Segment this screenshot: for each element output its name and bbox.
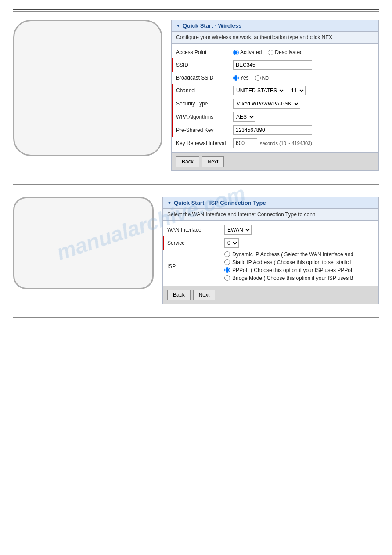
- wireless-section: Quick Start - Wireless Configure your wi…: [13, 20, 379, 171]
- wpa-algorithms-row: WPA Algorithms AES: [172, 110, 378, 123]
- wireless-btn-row: Back Next: [172, 152, 378, 170]
- isp-next-button[interactable]: Next: [193, 290, 216, 300]
- ssid-input[interactable]: [233, 60, 312, 70]
- broadcast-ssid-label: Broadcast SSID: [176, 75, 233, 81]
- isp-static-option[interactable]: Static IP Address ( Choose this option t…: [224, 259, 354, 265]
- broadcast-ssid-controls: Yes No: [233, 75, 374, 81]
- channel-number-select[interactable]: 11: [288, 86, 306, 95]
- isp-form-body: WAN Interface EWAN Service 0: [163, 221, 378, 286]
- isp-controls: Dynamic IP Address ( Select the WAN Inte…: [224, 251, 374, 281]
- device-image-wireless: [13, 20, 162, 156]
- top-divider: [13, 9, 379, 10]
- wireless-form-body: Access Point Activated Deactivated: [172, 44, 378, 152]
- broadcast-no-radio[interactable]: [255, 75, 261, 81]
- service-controls: 0: [224, 238, 374, 248]
- broadcast-ssid-row: Broadcast SSID Yes No: [172, 72, 378, 84]
- key-renewal-hint: seconds (10 ~ 4194303): [260, 141, 312, 146]
- wireless-panel: Quick Start - Wireless Configure your wi…: [171, 20, 379, 171]
- isp-section: Quick Start - ISP Connection Type Select…: [13, 197, 379, 304]
- wireless-next-button[interactable]: Next: [202, 156, 224, 167]
- isp-bridge-radio[interactable]: [224, 275, 230, 281]
- pre-shared-key-label: Pre-Shared Key: [176, 127, 233, 133]
- wan-interface-controls: EWAN: [224, 225, 374, 235]
- service-row: Service 0: [163, 236, 378, 250]
- deactivated-option[interactable]: Deactivated: [268, 49, 302, 55]
- pre-shared-key-row: Pre-Shared Key: [172, 123, 378, 137]
- isp-btn-row: Back Next: [163, 286, 378, 304]
- isp-panel-desc: Select the WAN Interface and Internet Co…: [163, 209, 378, 221]
- service-label: Service: [167, 240, 224, 246]
- wireless-panel-title: Quick Start - Wireless: [172, 20, 378, 32]
- isp-dynamic-option[interactable]: Dynamic IP Address ( Select the WAN Inte…: [224, 251, 354, 258]
- key-renewal-label: Key Renewal Interval: [176, 140, 233, 146]
- key-renewal-row: Key Renewal Interval seconds (10 ~ 41943…: [172, 137, 378, 150]
- broadcast-no-option[interactable]: No: [255, 75, 269, 81]
- pre-shared-key-input[interactable]: [233, 125, 312, 135]
- activated-radio[interactable]: [233, 50, 239, 55]
- wireless-title-text: Quick Start - Wireless: [183, 22, 241, 29]
- ssid-label: SSID: [176, 62, 233, 68]
- wpa-algorithms-select[interactable]: AES: [233, 112, 255, 122]
- ssid-controls: [233, 60, 374, 70]
- key-renewal-controls: seconds (10 ~ 4194303): [233, 138, 374, 148]
- security-type-controls: Mixed WPA2/WPA-PSK: [233, 99, 374, 109]
- isp-dynamic-radio[interactable]: [224, 251, 230, 257]
- channel-label: Channel: [176, 87, 233, 94]
- broadcast-yes-option[interactable]: Yes: [233, 75, 249, 81]
- wpa-algorithms-label: WPA Algorithms: [176, 114, 233, 120]
- isp-bridge-option[interactable]: Bridge Mode ( Choose this option if your…: [224, 275, 354, 281]
- isp-pppoe-radio[interactable]: [224, 267, 230, 273]
- isp-title-text: Quick Start - ISP Connection Type: [174, 200, 266, 206]
- deactivated-radio[interactable]: [268, 50, 273, 55]
- wan-interface-label: WAN Interface: [167, 227, 224, 233]
- isp-label: ISP: [167, 263, 224, 269]
- isp-options-list: Dynamic IP Address ( Select the WAN Inte…: [224, 251, 354, 281]
- security-type-select[interactable]: Mixed WPA2/WPA-PSK: [233, 99, 300, 109]
- isp-row: ISP Dynamic IP Address ( Select the WAN …: [163, 250, 378, 283]
- broadcast-yes-radio[interactable]: [233, 75, 239, 81]
- channel-country-select[interactable]: UNITED STATES: [233, 86, 285, 95]
- wan-interface-select[interactable]: EWAN: [224, 225, 252, 235]
- wpa-algorithms-controls: AES: [233, 112, 374, 122]
- security-type-row: Security Type Mixed WPA2/WPA-PSK: [172, 97, 378, 110]
- isp-back-button[interactable]: Back: [167, 290, 191, 300]
- wan-interface-row: WAN Interface EWAN: [163, 223, 378, 236]
- isp-pppoe-option[interactable]: PPPoE ( Choose this option if your ISP u…: [224, 267, 354, 273]
- pre-shared-key-controls: [233, 125, 374, 135]
- section-divider-2: [13, 317, 379, 318]
- isp-static-radio[interactable]: [224, 259, 230, 265]
- security-type-label: Security Type: [176, 101, 233, 107]
- ssid-row: SSID: [172, 58, 378, 72]
- isp-panel: Quick Start - ISP Connection Type Select…: [162, 197, 379, 304]
- activated-option[interactable]: Activated: [233, 49, 262, 55]
- wireless-back-button[interactable]: Back: [176, 156, 199, 167]
- channel-controls: UNITED STATES 11: [233, 86, 374, 95]
- channel-row: Channel UNITED STATES 11: [172, 84, 378, 97]
- sub-divider: [13, 11, 379, 12]
- wireless-panel-desc: Configure your wireless network, authent…: [172, 32, 378, 44]
- key-renewal-input[interactable]: [233, 138, 257, 148]
- service-select[interactable]: 0: [224, 238, 239, 248]
- access-point-row: Access Point Activated Deactivated: [172, 46, 378, 58]
- device-image-isp: [13, 197, 154, 289]
- isp-panel-title: Quick Start - ISP Connection Type: [163, 197, 378, 209]
- access-point-label: Access Point: [176, 49, 233, 55]
- section-divider-1: [13, 184, 379, 185]
- access-point-controls: Activated Deactivated: [233, 49, 374, 55]
